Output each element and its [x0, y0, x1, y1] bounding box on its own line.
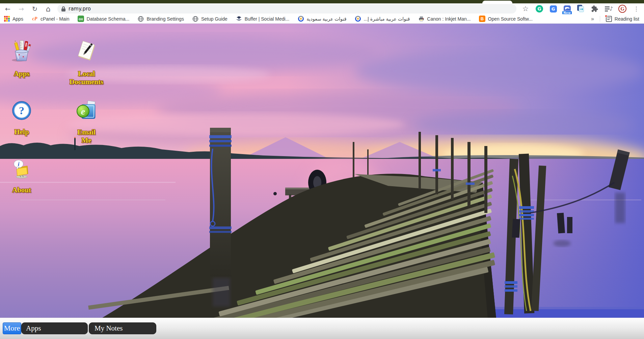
shortcut-label: LocalDocuments: [66, 70, 107, 86]
reload-icon[interactable]: ↻: [30, 4, 39, 13]
buffer-icon: [236, 16, 242, 22]
cpanel-icon: cP: [31, 16, 38, 22]
bookmark-arabic-channels-1[interactable]: قنوات عربية سعودية: [297, 16, 346, 22]
bookmarks-overflow-chevron[interactable]: »: [591, 16, 594, 22]
reading-list-icon: [606, 16, 612, 22]
profile-avatar[interactable]: G: [618, 4, 627, 13]
notepad-icon: [66, 40, 107, 62]
blogger-icon: B: [479, 16, 486, 22]
shortcut-label: Apps: [6, 70, 37, 78]
tv-channel-icon: [297, 16, 304, 22]
pencil-cup-icon: [6, 40, 37, 62]
question-mark-icon: ?: [6, 101, 37, 120]
bookmark-canon[interactable]: Canon : Inkjet Man...: [418, 16, 471, 22]
active-tab-top[interactable]: [482, 1, 512, 3]
grammarly-icon[interactable]: G: [535, 4, 544, 13]
lock-icon: [61, 6, 65, 11]
new-tool-icon[interactable]: New: [563, 4, 571, 13]
taskbar-apps-button[interactable]: Apps: [21, 322, 88, 334]
bookmark-arabic-channels-2[interactable]: قنوات عربية مباشرة إ...: [354, 16, 410, 22]
desktop-shortcut-help[interactable]: ? Help: [6, 101, 37, 136]
svg-text:?: ?: [19, 104, 24, 117]
svg-text:i: i: [18, 161, 20, 167]
bookmark-star-icon[interactable]: ☆: [521, 4, 530, 13]
toolbar-extensions: ☆ G G New →: [521, 4, 641, 13]
url-text: ramy.pro: [69, 6, 91, 12]
bookmark-setup-guide[interactable]: Setup Guide: [192, 16, 227, 22]
shortcut-label: Help: [6, 128, 37, 136]
chrome-menu-icon[interactable]: ⋮: [632, 4, 641, 13]
shortcut-label: About: [6, 186, 37, 194]
copy-share-icon[interactable]: →: [576, 4, 585, 13]
browser-toolbar: ← → ↻ ⌂ ramy.pro ☆ G G New →: [0, 3, 644, 14]
printer-icon: [418, 16, 425, 22]
bookmark-open-source[interactable]: B Open Source Softw...: [479, 16, 533, 22]
playlist-icon[interactable]: ♪: [604, 4, 613, 13]
taskbar-my-notes-button[interactable]: My Notes: [89, 322, 156, 334]
desktop-shortcut-email-me[interactable]: e EmailMe: [66, 100, 107, 144]
bookmark-cpanel[interactable]: cP cPanel - Main: [31, 16, 70, 22]
address-bar[interactable]: ramy.pro: [57, 4, 516, 14]
bookmark-buffer[interactable]: Buffer | Social Medi...: [236, 16, 290, 22]
globe-icon: [137, 16, 144, 22]
svg-text:e: e: [81, 106, 85, 117]
desktop-shortcut-about[interactable]: i About: [6, 159, 37, 194]
email-icon: e: [66, 100, 107, 121]
database-schema-icon: ox: [78, 16, 84, 22]
taskbar-more-button[interactable]: More: [3, 322, 21, 334]
shortcut-label: EmailMe: [66, 128, 107, 144]
bookmarks-bar: Apps cP cPanel - Main ox Database Schema…: [0, 14, 644, 24]
desktop-shortcut-local-documents[interactable]: LocalDocuments: [66, 40, 107, 86]
info-folder-icon: i: [6, 159, 37, 178]
globe-icon: [192, 16, 199, 22]
bookmark-apps[interactable]: Apps: [3, 16, 23, 22]
taskbar: More Apps My Notes: [0, 318, 644, 339]
bookmark-database-schema[interactable]: ox Database Schema...: [78, 16, 130, 22]
browser-window: ← → ↻ ⌂ ramy.pro ☆ G G New →: [0, 0, 644, 339]
back-icon[interactable]: ←: [3, 4, 12, 13]
bookmark-branding-settings[interactable]: Branding Settings: [137, 16, 184, 22]
divider: [600, 16, 600, 22]
home-icon[interactable]: ⌂: [44, 4, 53, 13]
tab-strip: [0, 0, 644, 3]
forward-icon[interactable]: →: [17, 4, 26, 13]
tv-channel-icon: [354, 16, 361, 22]
extensions-puzzle-icon[interactable]: [590, 4, 599, 13]
reading-list-button[interactable]: Reading list: [606, 16, 639, 22]
apps-grid-icon: [3, 16, 10, 22]
web-desktop: Apps Lo: [0, 24, 644, 318]
desktop-shortcut-apps[interactable]: Apps: [6, 40, 37, 78]
translate-icon[interactable]: G: [549, 4, 558, 13]
